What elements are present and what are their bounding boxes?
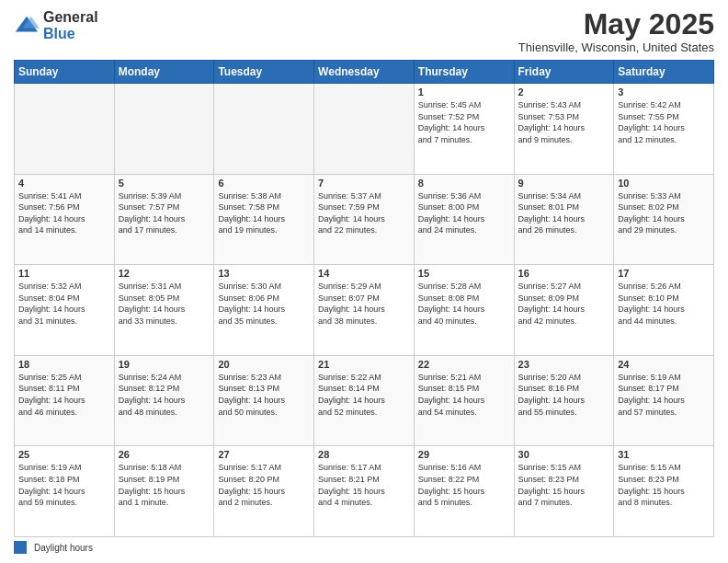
day-number: 7 bbox=[318, 178, 410, 189]
day-number: 4 bbox=[18, 178, 110, 189]
day-info: Sunrise: 5:33 AM Sunset: 8:02 PM Dayligh… bbox=[618, 190, 710, 236]
calendar-cell: 22Sunrise: 5:21 AM Sunset: 8:15 PM Dayli… bbox=[414, 355, 514, 446]
day-info: Sunrise: 5:17 AM Sunset: 8:20 PM Dayligh… bbox=[218, 462, 310, 508]
calendar-cell: 8Sunrise: 5:36 AM Sunset: 8:00 PM Daylig… bbox=[414, 174, 514, 265]
location: Thiensville, Wisconsin, United States bbox=[518, 40, 714, 54]
day-number: 14 bbox=[318, 268, 410, 279]
day-number: 12 bbox=[119, 268, 210, 279]
day-info: Sunrise: 5:20 AM Sunset: 8:16 PM Dayligh… bbox=[518, 372, 610, 418]
day-info: Sunrise: 5:36 AM Sunset: 8:00 PM Dayligh… bbox=[418, 190, 510, 236]
calendar-cell: 6Sunrise: 5:38 AM Sunset: 7:58 PM Daylig… bbox=[214, 174, 314, 265]
day-number: 31 bbox=[618, 449, 710, 460]
day-info: Sunrise: 5:45 AM Sunset: 7:52 PM Dayligh… bbox=[418, 99, 510, 145]
calendar-week-4: 25Sunrise: 5:19 AM Sunset: 8:18 PM Dayli… bbox=[15, 446, 714, 537]
day-info: Sunrise: 5:21 AM Sunset: 8:15 PM Dayligh… bbox=[418, 372, 510, 418]
day-number: 6 bbox=[218, 178, 310, 189]
calendar-cell: 13Sunrise: 5:30 AM Sunset: 8:06 PM Dayli… bbox=[214, 265, 314, 356]
calendar-cell: 16Sunrise: 5:27 AM Sunset: 8:09 PM Dayli… bbox=[514, 265, 614, 356]
calendar-cell: 11Sunrise: 5:32 AM Sunset: 8:04 PM Dayli… bbox=[15, 265, 115, 356]
day-info: Sunrise: 5:42 AM Sunset: 7:55 PM Dayligh… bbox=[618, 99, 710, 145]
day-number: 17 bbox=[618, 268, 710, 279]
day-number: 29 bbox=[418, 449, 510, 460]
day-number: 15 bbox=[418, 268, 510, 279]
calendar-table: Sunday Monday Tuesday Wednesday Thursday… bbox=[14, 60, 714, 537]
day-info: Sunrise: 5:15 AM Sunset: 8:23 PM Dayligh… bbox=[618, 462, 710, 508]
day-info: Sunrise: 5:38 AM Sunset: 7:58 PM Dayligh… bbox=[218, 190, 310, 236]
day-info: Sunrise: 5:25 AM Sunset: 8:11 PM Dayligh… bbox=[18, 372, 110, 418]
calendar-week-0: 1Sunrise: 5:45 AM Sunset: 7:52 PM Daylig… bbox=[15, 84, 714, 175]
calendar-cell: 9Sunrise: 5:34 AM Sunset: 8:01 PM Daylig… bbox=[514, 174, 614, 265]
day-info: Sunrise: 5:19 AM Sunset: 8:17 PM Dayligh… bbox=[618, 372, 710, 418]
day-number: 8 bbox=[418, 178, 510, 189]
calendar-cell: 10Sunrise: 5:33 AM Sunset: 8:02 PM Dayli… bbox=[614, 174, 714, 265]
calendar-cell: 4Sunrise: 5:41 AM Sunset: 7:56 PM Daylig… bbox=[15, 174, 115, 265]
col-monday: Monday bbox=[114, 61, 214, 84]
day-info: Sunrise: 5:39 AM Sunset: 7:57 PM Dayligh… bbox=[119, 190, 210, 236]
day-number: 18 bbox=[18, 359, 110, 370]
calendar-cell: 29Sunrise: 5:16 AM Sunset: 8:22 PM Dayli… bbox=[414, 446, 514, 537]
day-info: Sunrise: 5:34 AM Sunset: 8:01 PM Dayligh… bbox=[518, 190, 610, 236]
calendar-cell: 26Sunrise: 5:18 AM Sunset: 8:19 PM Dayli… bbox=[114, 446, 214, 537]
title-block: May 2025 Thiensville, Wisconsin, United … bbox=[518, 9, 714, 54]
calendar-cell: 17Sunrise: 5:26 AM Sunset: 8:10 PM Dayli… bbox=[614, 265, 714, 356]
day-number: 10 bbox=[618, 178, 710, 189]
col-friday: Friday bbox=[514, 61, 614, 84]
day-info: Sunrise: 5:28 AM Sunset: 8:08 PM Dayligh… bbox=[418, 281, 510, 327]
day-info: Sunrise: 5:24 AM Sunset: 8:12 PM Dayligh… bbox=[119, 372, 210, 418]
day-number: 2 bbox=[518, 86, 610, 98]
calendar-cell: 23Sunrise: 5:20 AM Sunset: 8:16 PM Dayli… bbox=[514, 355, 614, 446]
calendar-cell: 2Sunrise: 5:43 AM Sunset: 7:53 PM Daylig… bbox=[514, 84, 614, 175]
logo: General Blue bbox=[14, 9, 98, 41]
calendar-header-row: Sunday Monday Tuesday Wednesday Thursday… bbox=[15, 61, 714, 84]
day-info: Sunrise: 5:29 AM Sunset: 8:07 PM Dayligh… bbox=[318, 281, 410, 327]
day-info: Sunrise: 5:22 AM Sunset: 8:14 PM Dayligh… bbox=[318, 372, 410, 418]
calendar-cell: 28Sunrise: 5:17 AM Sunset: 8:21 PM Dayli… bbox=[314, 446, 415, 537]
day-info: Sunrise: 5:18 AM Sunset: 8:19 PM Dayligh… bbox=[119, 462, 210, 508]
calendar-cell: 24Sunrise: 5:19 AM Sunset: 8:17 PM Dayli… bbox=[614, 355, 714, 446]
col-wednesday: Wednesday bbox=[314, 61, 415, 84]
day-info: Sunrise: 5:32 AM Sunset: 8:04 PM Dayligh… bbox=[18, 281, 110, 327]
calendar-cell: 14Sunrise: 5:29 AM Sunset: 8:07 PM Dayli… bbox=[314, 265, 415, 356]
day-number: 16 bbox=[518, 268, 610, 279]
calendar-cell: 19Sunrise: 5:24 AM Sunset: 8:12 PM Dayli… bbox=[114, 355, 214, 446]
day-number: 13 bbox=[218, 268, 310, 279]
day-info: Sunrise: 5:17 AM Sunset: 8:21 PM Dayligh… bbox=[318, 462, 410, 508]
page: General Blue May 2025 Thiensville, Wisco… bbox=[0, 0, 728, 563]
calendar-cell: 27Sunrise: 5:17 AM Sunset: 8:20 PM Dayli… bbox=[214, 446, 314, 537]
legend-color-box bbox=[14, 541, 27, 554]
calendar-cell bbox=[314, 84, 415, 175]
day-info: Sunrise: 5:26 AM Sunset: 8:10 PM Dayligh… bbox=[618, 281, 710, 327]
day-info: Sunrise: 5:41 AM Sunset: 7:56 PM Dayligh… bbox=[18, 190, 110, 236]
calendar-cell: 15Sunrise: 5:28 AM Sunset: 8:08 PM Dayli… bbox=[414, 265, 514, 356]
footer: Daylight hours bbox=[14, 541, 714, 554]
calendar-cell: 18Sunrise: 5:25 AM Sunset: 8:11 PM Dayli… bbox=[15, 355, 115, 446]
day-number: 20 bbox=[218, 359, 310, 370]
day-number: 22 bbox=[418, 359, 510, 370]
calendar-cell: 1Sunrise: 5:45 AM Sunset: 7:52 PM Daylig… bbox=[414, 84, 514, 175]
calendar-cell bbox=[15, 84, 115, 175]
day-number: 21 bbox=[318, 359, 410, 370]
day-number: 23 bbox=[518, 359, 610, 370]
col-tuesday: Tuesday bbox=[214, 61, 314, 84]
calendar-cell: 30Sunrise: 5:15 AM Sunset: 8:23 PM Dayli… bbox=[514, 446, 614, 537]
day-info: Sunrise: 5:16 AM Sunset: 8:22 PM Dayligh… bbox=[418, 462, 510, 508]
day-info: Sunrise: 5:30 AM Sunset: 8:06 PM Dayligh… bbox=[218, 281, 310, 327]
day-info: Sunrise: 5:43 AM Sunset: 7:53 PM Dayligh… bbox=[518, 99, 610, 145]
calendar-cell: 5Sunrise: 5:39 AM Sunset: 7:57 PM Daylig… bbox=[114, 174, 214, 265]
day-number: 1 bbox=[418, 86, 510, 98]
day-number: 5 bbox=[119, 178, 210, 189]
legend-label: Daylight hours bbox=[34, 543, 93, 553]
day-info: Sunrise: 5:31 AM Sunset: 8:05 PM Dayligh… bbox=[119, 281, 210, 327]
calendar-week-3: 18Sunrise: 5:25 AM Sunset: 8:11 PM Dayli… bbox=[15, 355, 714, 446]
calendar-cell: 3Sunrise: 5:42 AM Sunset: 7:55 PM Daylig… bbox=[614, 84, 714, 175]
col-saturday: Saturday bbox=[614, 61, 714, 84]
calendar-cell: 12Sunrise: 5:31 AM Sunset: 8:05 PM Dayli… bbox=[114, 265, 214, 356]
calendar-cell bbox=[114, 84, 214, 175]
month-title: May 2025 bbox=[518, 9, 714, 39]
calendar-week-2: 11Sunrise: 5:32 AM Sunset: 8:04 PM Dayli… bbox=[15, 265, 714, 356]
calendar-cell bbox=[214, 84, 314, 175]
day-number: 3 bbox=[618, 86, 710, 98]
logo-text: General Blue bbox=[43, 9, 98, 41]
day-info: Sunrise: 5:23 AM Sunset: 8:13 PM Dayligh… bbox=[218, 372, 310, 418]
day-number: 9 bbox=[518, 178, 610, 189]
